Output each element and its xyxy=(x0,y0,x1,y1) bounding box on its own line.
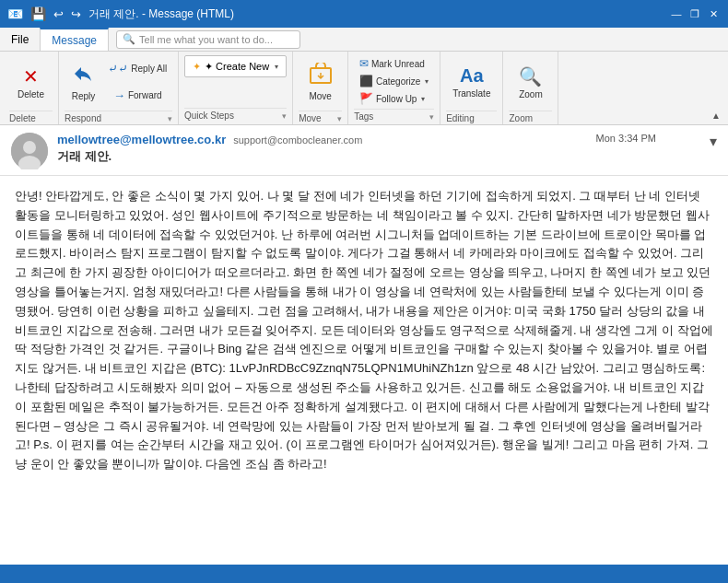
translate-button[interactable]: Aa Translate xyxy=(446,55,497,109)
title-bar: 📧 💾 ↩ ↪ 거래 제안. - Message (HTML) — ❐ ✕ xyxy=(0,0,728,28)
ribbon: ✕ Delete Delete Reply ⤶⤶ xyxy=(0,52,728,125)
ribbon-group-respond: Reply ⤶⤶ Reply All → Forward Respond ▾ xyxy=(59,52,179,124)
editing-top: Aa Translate xyxy=(446,55,497,109)
forward-button[interactable]: → Forward xyxy=(103,83,171,109)
ribbon-group-delete: ✕ Delete Delete xyxy=(4,52,59,124)
restore-button[interactable]: ❐ xyxy=(687,6,702,21)
email-body: 안녕! 안타깝게도, 안 좋은 소식이 몇 가지 있어. 나 몇 달 전에 네가… xyxy=(0,176,728,565)
reply-button[interactable]: Reply xyxy=(65,55,102,109)
delete-group-buttons: ✕ Delete xyxy=(11,55,51,109)
title-undo[interactable]: ↩ xyxy=(53,7,64,21)
close-button[interactable]: ✕ xyxy=(706,6,721,21)
window-title: 거래 제안. - Message (HTML) xyxy=(88,6,234,22)
quick-save[interactable]: 💾 xyxy=(30,6,46,21)
quick-steps-label: Quick Steps ▾ xyxy=(184,108,287,121)
email-date: Mon 3:34 PM xyxy=(596,133,656,144)
reply-icon xyxy=(73,64,95,89)
svg-point-2 xyxy=(23,141,36,154)
zoom-icon: 🔍 xyxy=(519,65,542,87)
menu-file[interactable]: File xyxy=(0,28,40,51)
move-group-label: Move ▾ xyxy=(299,111,342,123)
respond-group-buttons: Reply ⤶⤶ Reply All → Forward xyxy=(65,55,171,109)
move-expand[interactable]: ▾ xyxy=(337,114,342,123)
recipient-email: support@combocleaner.com xyxy=(233,134,362,146)
zoom-group-label: Zoom xyxy=(509,111,552,123)
outlook-icon: 📧 xyxy=(7,6,23,21)
email-body-text: 안녕! 안타깝게도, 안 좋은 소식이 몇 가지 있어. 나 몇 달 전에 네가… xyxy=(15,187,713,474)
forward-icon: → xyxy=(113,88,125,102)
tags-group-label: Tags ▾ xyxy=(354,109,434,122)
status-bar xyxy=(0,565,728,583)
create-new-dropdown[interactable]: ▾ xyxy=(275,63,278,71)
mark-unread-icon: ✉ xyxy=(359,57,369,70)
tell-me-search[interactable]: 🔍 Tell me what you want to do... xyxy=(116,30,300,49)
follow-up-dropdown[interactable]: ▾ xyxy=(421,95,425,103)
categorize-dropdown[interactable]: ▾ xyxy=(425,77,429,86)
ribbon-group-quick-steps: ✦ ✦ Create New ▾ Quick Steps ▾ xyxy=(179,52,293,124)
follow-up-button[interactable]: 🚩 Follow Up ▾ xyxy=(355,90,433,107)
categorize-icon: ⬛ xyxy=(359,75,373,87)
quick-steps-expand[interactable]: ▾ xyxy=(282,111,287,121)
ribbon-group-move: Move Move ▾ xyxy=(293,52,348,124)
ribbon-group-editing: Aa Translate Editing xyxy=(440,52,503,124)
translate-icon: Aa xyxy=(460,65,484,87)
email-header: mellowtree@mellowtree.co.kr support@comb… xyxy=(0,125,728,176)
search-icon: 🔍 xyxy=(123,33,135,45)
sender-email: mellowtree@mellowtree.co.kr xyxy=(57,133,226,146)
sender-avatar xyxy=(11,133,48,169)
menu-bar: File Message 🔍 Tell me what you want to … xyxy=(0,28,728,52)
respond-group-label: Respond ▾ xyxy=(65,111,172,123)
ribbon-group-zoom: 🔍 Zoom Zoom xyxy=(503,52,558,124)
editing-group-label: Editing xyxy=(446,111,497,123)
window-controls: — ❐ ✕ xyxy=(669,6,721,21)
menu-message[interactable]: Message xyxy=(40,28,109,51)
ribbon-group-tags: ✉ Mark Unread ⬛ Categorize ▾ 🚩 Follow Up… xyxy=(348,52,440,124)
minimize-button[interactable]: — xyxy=(669,6,684,21)
delete-icon: ✕ xyxy=(23,65,39,87)
move-icon xyxy=(309,63,333,89)
delete-button[interactable]: ✕ Delete xyxy=(11,55,51,109)
mark-unread-button[interactable]: ✉ Mark Unread xyxy=(355,55,433,72)
zoom-top: 🔍 Zoom xyxy=(512,55,549,109)
follow-up-icon: 🚩 xyxy=(359,92,373,105)
title-redo[interactable]: ↪ xyxy=(71,7,81,21)
title-bar-left: 📧 💾 ↩ ↪ 거래 제안. - Message (HTML) xyxy=(7,6,234,22)
ribbon-expand-icon: ▲ xyxy=(711,111,721,121)
zoom-button[interactable]: 🔍 Zoom xyxy=(512,55,549,109)
tags-col: ✉ Mark Unread ⬛ Categorize ▾ 🚩 Follow Up… xyxy=(355,55,433,107)
expand-header-button[interactable]: ▾ xyxy=(710,133,717,150)
tags-top: ✉ Mark Unread ⬛ Categorize ▾ 🚩 Follow Up… xyxy=(355,55,433,107)
move-button[interactable]: Move xyxy=(302,55,339,109)
tags-expand[interactable]: ▾ xyxy=(429,112,434,122)
delete-group-label: Delete xyxy=(9,111,53,123)
tell-me-placeholder: Tell me what you want to do... xyxy=(139,34,273,45)
email-subject: 거래 제안. xyxy=(57,148,587,165)
reply-all-icon: ⤶⤶ xyxy=(108,62,128,76)
ribbon-expand-button[interactable]: ▲ xyxy=(708,52,724,124)
quick-steps-top: ✦ ✦ Create New ▾ xyxy=(184,55,287,106)
sender-info: mellowtree@mellowtree.co.kr support@comb… xyxy=(57,133,587,165)
create-new-button[interactable]: ✦ ✦ Create New ▾ xyxy=(184,55,287,77)
categorize-button[interactable]: ⬛ Categorize ▾ xyxy=(355,73,433,89)
respond-stacked: ⤶⤶ Reply All → Forward xyxy=(103,56,171,109)
create-new-icon: ✦ xyxy=(193,61,201,73)
move-group-buttons: Move xyxy=(302,55,339,109)
reply-all-button[interactable]: ⤶⤶ Reply All xyxy=(103,56,171,82)
respond-expand-arrow[interactable]: ▾ xyxy=(168,114,172,123)
